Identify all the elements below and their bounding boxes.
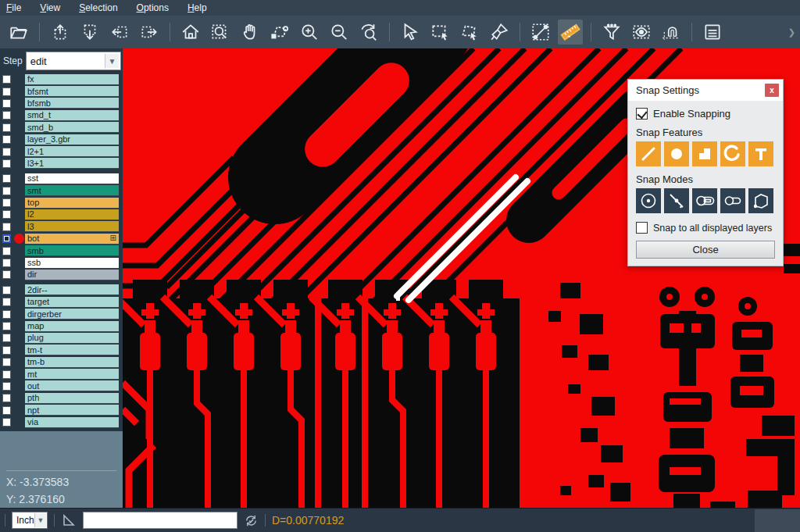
layer-label[interactable]: l2 — [25, 209, 119, 220]
layer-row[interactable]: l3+1 — [0, 158, 123, 170]
layer-row[interactable]: target — [0, 296, 123, 308]
layer-checkbox[interactable] — [2, 418, 11, 427]
layer-checkbox[interactable] — [2, 259, 11, 267]
layer-label[interactable]: smd_t — [25, 110, 119, 121]
measure-ruler-button[interactable] — [558, 20, 583, 45]
view-box-button[interactable] — [629, 20, 654, 45]
pan-button[interactable] — [238, 20, 262, 45]
layer-row[interactable]: bfsmt — [0, 85, 123, 97]
step-select[interactable]: edit ▼ — [26, 52, 121, 70]
home-view-button[interactable] — [178, 20, 203, 45]
select-polygon-button[interactable] — [457, 20, 482, 45]
zoom-previous-button[interactable] — [356, 20, 381, 45]
snap-line-button[interactable] — [636, 141, 661, 166]
layer-row[interactable]: l2 — [0, 209, 123, 220]
layer-label[interactable]: dirgerber — [25, 309, 119, 320]
layer-checkbox[interactable] — [2, 247, 11, 255]
layer-checkbox[interactable] — [2, 187, 11, 195]
grid-attributes-icon[interactable]: ⊞ — [110, 234, 116, 242]
menu-help[interactable]: Help — [188, 2, 207, 13]
snap-vertex-button[interactable] — [748, 188, 773, 213]
layer-row[interactable]: smd_b — [0, 122, 123, 134]
layer-row[interactable]: dirgerber — [0, 308, 123, 320]
snap-pad-button[interactable] — [664, 141, 689, 166]
layer-row[interactable]: tm-t — [0, 345, 123, 356]
layer-row[interactable]: tm-b — [0, 356, 123, 368]
layer-checkbox[interactable] — [2, 358, 11, 366]
layer-row-selected[interactable]: bot⊞ — [0, 233, 123, 245]
layer-checkbox[interactable] — [2, 346, 11, 355]
toolbar-overflow-chevron[interactable]: ❯ — [788, 27, 795, 37]
snap-text-button[interactable] — [748, 141, 773, 166]
layer-label[interactable]: plug — [25, 333, 119, 344]
layer-label[interactable]: bfsmt — [25, 86, 119, 97]
brush-button[interactable] — [487, 20, 512, 45]
layer-label[interactable]: l2+1 — [25, 146, 119, 157]
menu-file[interactable]: File — [6, 2, 21, 13]
layer-label[interactable]: top — [25, 198, 119, 209]
send-bottom-button[interactable] — [77, 20, 102, 45]
layer-row[interactable]: smt — [0, 185, 123, 197]
zoom-window-button[interactable] — [208, 20, 233, 45]
layer-row[interactable]: out — [0, 380, 123, 392]
layer-label[interactable]: via — [25, 417, 119, 428]
layer-row[interactable]: l3 — [0, 221, 123, 233]
refresh-check-icon[interactable] — [244, 513, 259, 528]
zoom-in-button[interactable] — [297, 20, 322, 45]
layer-row[interactable]: mt — [0, 368, 123, 380]
layer-row[interactable]: npt — [0, 405, 123, 416]
layer-checkbox[interactable] — [2, 370, 11, 379]
open-folder-button[interactable] — [6, 20, 31, 45]
snap-all-layers-row[interactable]: Snap to all displayed layers — [636, 222, 775, 234]
layer-label[interactable]: sst — [25, 173, 119, 184]
layer-checkbox[interactable] — [2, 174, 11, 183]
dialog-title-bar[interactable]: Snap Settings x — [628, 80, 783, 101]
layer-label[interactable]: npt — [25, 405, 119, 416]
enable-snapping-row[interactable]: Enable Snapping — [636, 108, 775, 120]
layer-checkbox[interactable] — [2, 135, 11, 144]
snap-on-line-button[interactable] — [664, 188, 689, 213]
snap-magnet-button[interactable] — [659, 20, 684, 45]
layer-checkbox[interactable] — [2, 210, 11, 219]
layer-label[interactable]: 2dir-- — [25, 284, 119, 295]
layer-row[interactable]: pth — [0, 392, 123, 404]
layer-row[interactable]: smb — [0, 245, 123, 256]
layer-row[interactable]: top — [0, 197, 123, 209]
select-cursor-button[interactable] — [398, 20, 423, 45]
layer-row[interactable]: l2+1 — [0, 145, 123, 157]
layer-label[interactable]: map — [25, 321, 119, 332]
layer-label[interactable]: bfsmb — [25, 98, 119, 109]
filter-button[interactable] — [599, 20, 624, 45]
layer-checkbox[interactable] — [2, 322, 11, 330]
snap-slot-center-button[interactable] — [720, 188, 745, 213]
layer-label[interactable]: smd_b — [25, 122, 119, 133]
enable-snapping-checkbox[interactable] — [636, 108, 648, 120]
layer-checkbox[interactable] — [2, 75, 11, 84]
layer-checkbox[interactable] — [2, 406, 11, 415]
layer-row[interactable]: smd_t — [0, 109, 123, 121]
layer-checkbox[interactable] — [2, 198, 11, 207]
layer-row[interactable]: fx — [0, 73, 123, 85]
snap-center-button[interactable] — [636, 188, 661, 213]
zoom-polygon-button[interactable] — [267, 20, 292, 45]
layer-label[interactable]: mt — [25, 369, 119, 380]
layer-checkbox[interactable] — [2, 286, 11, 295]
snap-arc-button[interactable] — [720, 141, 745, 166]
layers-panel-button[interactable] — [700, 20, 725, 45]
layer-checkbox[interactable] — [2, 111, 11, 120]
layer-label[interactable]: smb — [25, 245, 119, 256]
layer-label[interactable]: l3+1 — [25, 158, 119, 169]
layer-label[interactable]: smt — [25, 185, 119, 196]
menu-selection[interactable]: Selection — [79, 2, 117, 13]
angle-mode-icon[interactable] — [61, 512, 77, 528]
layer-checkbox[interactable] — [2, 270, 11, 279]
zoom-out-button[interactable] — [327, 20, 352, 45]
send-right-button[interactable] — [137, 20, 162, 45]
layer-checkbox[interactable] — [2, 334, 11, 342]
layer-checkbox[interactable] — [2, 148, 11, 156]
layer-row[interactable]: dir — [0, 269, 123, 280]
layer-row[interactable]: 2dir-- — [0, 284, 123, 296]
menu-view[interactable]: View — [40, 2, 60, 13]
layer-row[interactable]: ssb — [0, 257, 123, 269]
layer-row[interactable]: layer_3.gbr — [0, 134, 123, 145]
